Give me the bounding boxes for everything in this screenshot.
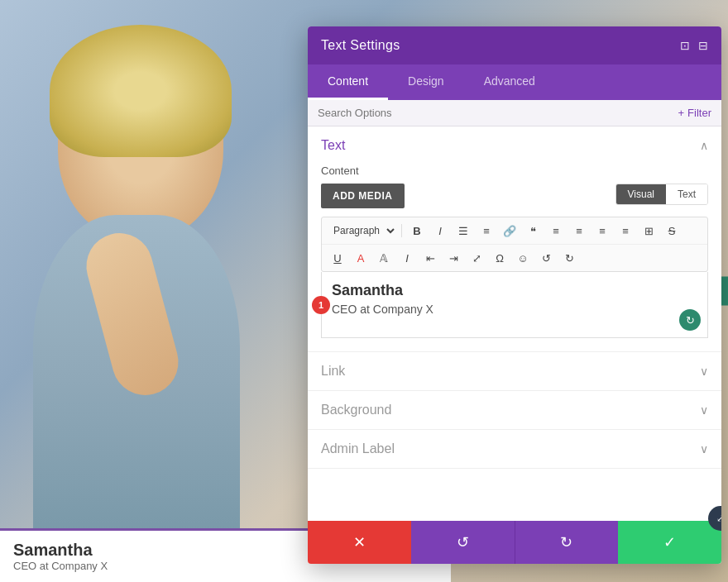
redo-button[interactable]: ↻ bbox=[558, 248, 580, 268]
tab-design[interactable]: Design bbox=[388, 64, 464, 100]
link-section: Link ∨ bbox=[308, 352, 721, 391]
refresh-icon[interactable]: ↻ bbox=[679, 309, 701, 331]
panel-footer: ✕ ↺ ↻ ✓ bbox=[308, 521, 721, 564]
ul-button[interactable]: ☰ bbox=[453, 221, 474, 241]
text-section-content: Content ADD MEDIA Visual Text Paragraph … bbox=[308, 165, 721, 351]
undo-button[interactable]: ↺ bbox=[535, 248, 557, 268]
settings-panel: Text Settings ⊡ ⊟ Content Design Advance… bbox=[308, 26, 721, 564]
background-section: Background ∨ bbox=[308, 391, 721, 430]
text-section-header[interactable]: Text ∧ bbox=[308, 126, 721, 165]
outdent-button[interactable]: ⇤ bbox=[419, 248, 441, 268]
cancel-button[interactable]: ✕ bbox=[308, 521, 411, 564]
italic-button[interactable]: I bbox=[429, 221, 451, 241]
strikethrough-button[interactable]: S bbox=[661, 221, 682, 241]
emoji-button[interactable]: ☺ bbox=[512, 248, 534, 268]
cancel-icon: ✕ bbox=[353, 533, 366, 551]
toolbar-toprow: ADD MEDIA Visual Text bbox=[321, 184, 708, 217]
admin-label-section: Admin Label ∨ bbox=[308, 430, 721, 469]
editor-content-area[interactable]: 1 Samantha CEO at Company X ↻ bbox=[321, 272, 708, 338]
link-section-title: Link bbox=[321, 364, 345, 379]
align-left-button[interactable]: ≡ bbox=[545, 221, 567, 241]
align-right-button[interactable]: ≡ bbox=[592, 221, 613, 241]
link-button[interactable]: 🔗 bbox=[499, 221, 520, 241]
confirm-icon: ✓ bbox=[663, 533, 676, 551]
collapse-icon[interactable]: ⊟ bbox=[698, 39, 708, 52]
text-section: Text ∧ Content ADD MEDIA Visual Text bbox=[308, 126, 721, 352]
editor-content-name[interactable]: Samantha bbox=[332, 282, 697, 299]
toggle-visual-button[interactable]: Visual bbox=[616, 184, 666, 204]
panel-header: Text Settings ⊡ ⊟ bbox=[308, 26, 721, 64]
blockquote-button[interactable]: ❝ bbox=[522, 221, 544, 241]
background-section-header[interactable]: Background ∨ bbox=[308, 391, 721, 429]
filter-button[interactable]: + Filter bbox=[678, 107, 711, 119]
text-section-chevron: ∧ bbox=[700, 139, 708, 152]
panel-tabs: Content Design Advanced bbox=[308, 64, 721, 100]
editor-content-sub[interactable]: CEO at Company X bbox=[332, 303, 697, 316]
panel-body: Text ∧ Content ADD MEDIA Visual Text bbox=[308, 126, 721, 521]
toolbar-row-1: Paragraph Heading 1 Heading 2 B I ☰ ≡ 🔗 … bbox=[322, 217, 707, 245]
toolbar-row-2: U A 𝔸 I ⇤ ⇥ ⤢ Ω ☺ ↺ ↻ bbox=[322, 245, 707, 271]
align-center-button[interactable]: ≡ bbox=[568, 221, 590, 241]
link-section-header[interactable]: Link ∨ bbox=[308, 352, 721, 390]
editor-toolbar: Paragraph Heading 1 Heading 2 B I ☰ ≡ 🔗 … bbox=[321, 217, 708, 272]
person-photo bbox=[17, 17, 265, 579]
content-label: Content bbox=[321, 165, 708, 177]
bold-button[interactable]: B bbox=[406, 221, 428, 241]
toolbar-divider-1 bbox=[401, 224, 402, 237]
admin-label-section-header[interactable]: Admin Label ∨ bbox=[308, 430, 721, 468]
admin-label-section-chevron: ∨ bbox=[700, 442, 708, 456]
link-section-chevron: ∨ bbox=[700, 365, 708, 378]
panel-title: Text Settings bbox=[321, 38, 400, 53]
underline-button[interactable]: U bbox=[327, 248, 348, 268]
search-input[interactable] bbox=[318, 107, 678, 119]
add-media-button[interactable]: ADD MEDIA bbox=[321, 184, 405, 208]
color-button[interactable]: A bbox=[350, 248, 371, 268]
clear-format-button[interactable]: 𝔸 bbox=[373, 248, 395, 268]
redo-footer-button[interactable]: ↻ bbox=[515, 521, 619, 564]
background-section-chevron: ∨ bbox=[700, 403, 708, 417]
admin-label-section-title: Admin Label bbox=[321, 441, 395, 456]
table-button[interactable]: ⊞ bbox=[638, 221, 659, 241]
number-badge: 1 bbox=[312, 296, 330, 314]
special-char-button[interactable]: Ω bbox=[489, 248, 510, 268]
tab-content[interactable]: Content bbox=[308, 64, 388, 100]
panel-header-icons: ⊡ ⊟ bbox=[680, 39, 708, 52]
panel-search-bar: + Filter bbox=[308, 100, 721, 126]
background-section-title: Background bbox=[321, 403, 391, 417]
toggle-text-button[interactable]: Text bbox=[666, 184, 707, 204]
justify-button[interactable]: ≡ bbox=[615, 221, 636, 241]
undo-footer-button[interactable]: ↺ bbox=[411, 521, 515, 564]
filter-label: Filter bbox=[687, 107, 711, 119]
tab-advanced[interactable]: Advanced bbox=[464, 64, 555, 100]
confirm-button[interactable]: ✓ bbox=[618, 521, 721, 564]
expand-button[interactable]: ⤢ bbox=[466, 248, 487, 268]
editor-toggle: Visual Text bbox=[615, 184, 708, 205]
drag-icon: ⤢ bbox=[716, 513, 721, 524]
italic2-button[interactable]: I bbox=[396, 248, 418, 268]
undo-icon: ↺ bbox=[457, 533, 469, 551]
paragraph-select[interactable]: Paragraph Heading 1 Heading 2 bbox=[327, 222, 397, 239]
ol-button[interactable]: ≡ bbox=[476, 221, 497, 241]
text-section-title: Text bbox=[321, 138, 345, 153]
indent-button[interactable]: ⇥ bbox=[443, 248, 464, 268]
redo-icon: ↻ bbox=[560, 533, 572, 551]
resize-icon[interactable]: ⊡ bbox=[680, 39, 690, 52]
plus-icon: + bbox=[678, 107, 685, 119]
